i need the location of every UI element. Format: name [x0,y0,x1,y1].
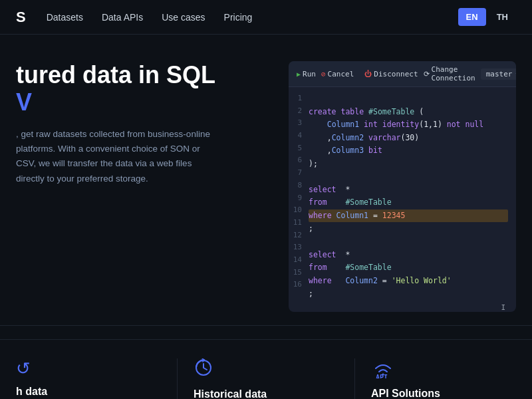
nav-data-apis[interactable]: Data APIs [102,12,143,23]
feature-historical-data: Historical data With up to 30 months' wo… [178,358,355,399]
language-switcher: EN TH [458,8,516,26]
branch-dropdown[interactable]: master ▾ [481,68,516,80]
lang-en-button[interactable]: EN [458,8,486,26]
change-connection-button[interactable]: ⟳ Change Connection [424,65,475,82]
history-icon [194,358,338,382]
navbar: S Datasets Data APIs Use cases Pricing E… [0,0,532,35]
lang-th-button[interactable]: TH [489,8,516,26]
line-numbers: 1234 5678 9101112 13141516 [289,92,309,301]
nav-datasets[interactable]: Datasets [47,12,83,23]
run-button[interactable]: ▶ Run [297,70,316,78]
code-content[interactable]: create table #SomeTable ( Column1 int id… [309,92,516,301]
hero-section: tured data in SQL V , get raw datasets c… [0,35,532,325]
historical-icon-svg [194,358,213,377]
editor-body-wrapper: 1234 5678 9101112 13141516 create table … [289,87,516,312]
clock-rotate-icon: ↺ [16,358,161,379]
hero-title: tured data in SQL V [16,61,269,116]
cancel-button[interactable]: ⊘ Cancel [321,70,354,78]
hero-title-line1: tured data in SQL [16,61,269,88]
hero-title-line2: V [16,88,269,116]
hero-text: tured data in SQL V , get raw datasets c… [16,61,269,186]
feature-title-api: API Solutions [371,388,516,399]
code-editor: ▶ Run ⊘ Cancel ⏻ Disconnect ⟳ Change Con… [289,61,516,312]
cursor: I [289,303,516,312]
hero-description: , get raw datasets collected from busine… [16,127,215,186]
nav-pricing[interactable]: Pricing [224,12,253,23]
api-icon-container: API [371,358,516,381]
play-icon: ▶ [297,70,301,78]
disconnect-icon: ⏻ [364,70,372,78]
editor-toolbar: ▶ Run ⊘ Cancel ⏻ Disconnect ⟳ Change Con… [289,61,516,87]
api-wifi-icon: API [371,358,395,378]
chevron-down-icon: ▾ [515,70,517,78]
connection-icon: ⟳ [424,70,430,78]
logo: S [16,9,25,26]
feature-api-solutions: API API Solutions Use Restaurant API, Ri… [355,358,532,399]
nav-links: Datasets Data APIs Use cases Pricing [47,12,458,23]
feature-fresh-data: ↺ h data odate 158M high-value data poin… [0,358,178,399]
features-section: ↺ h data odate 158M high-value data poin… [0,339,532,399]
disconnect-button[interactable]: ⏻ Disconnect [364,70,418,78]
feature-title-fresh: h data [16,386,161,398]
editor-body[interactable]: 1234 5678 9101112 13141516 create table … [289,87,516,306]
svg-text:API: API [376,374,388,378]
nav-use-cases[interactable]: Use cases [162,12,205,23]
feature-title-historical: Historical data [194,388,338,399]
cancel-icon: ⊘ [321,70,326,78]
